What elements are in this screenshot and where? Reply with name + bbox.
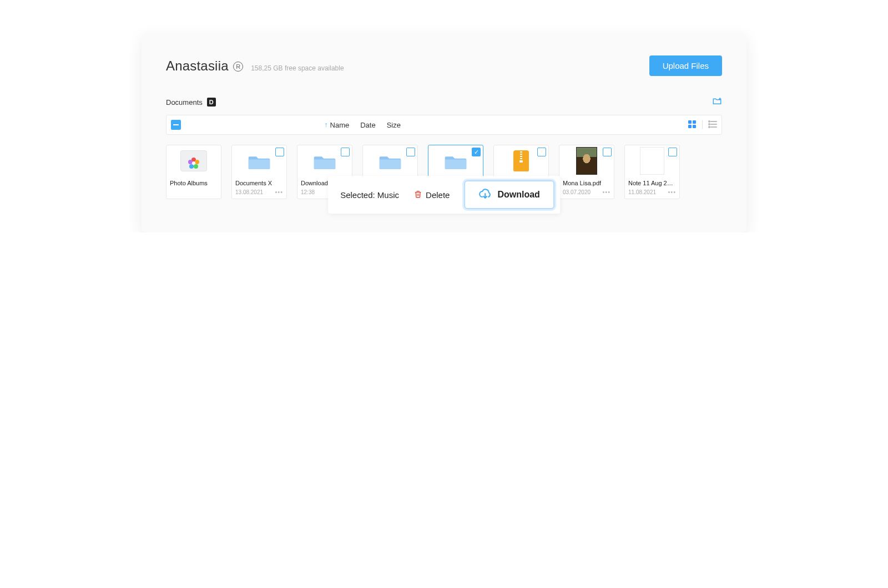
breadcrumb[interactable]: Documents D [166,98,216,107]
file-manager-panel: Anastasiia R 158,25 GB free space availa… [142,33,746,232]
grid-view-icon[interactable] [688,120,697,130]
sort-by-size[interactable]: Size [387,121,401,129]
item-checkbox[interactable] [537,148,546,156]
upload-files-button[interactable]: Upload Files [649,55,722,76]
sort-name-label: Name [330,121,350,129]
file-card[interactable]: Note 11 Aug 202...11.08.2021••• [624,145,680,199]
freespace-label: 158,25 GB free space available [251,64,344,72]
sort-size-label: Size [387,121,401,129]
file-card[interactable]: Mona Lisa.pdf03.07.2020••• [559,145,614,199]
sort-controls: ↑ Name Date Size [325,121,401,129]
svg-rect-2 [688,125,692,128]
view-toggle [688,120,717,130]
sort-by-date[interactable]: Date [360,121,375,129]
svg-rect-0 [688,120,692,124]
trash-icon [413,190,422,200]
more-options-icon[interactable]: ••• [602,189,610,195]
breadcrumb-label: Documents [166,98,203,107]
item-name: Documents X [232,176,286,187]
breadcrumb-icon: D [207,98,216,107]
select-all-checkbox[interactable] [171,120,181,130]
svg-rect-1 [693,120,696,124]
thumbnail [167,145,221,176]
file-card[interactable]: Photo Albums••• [166,145,221,199]
arrow-up-icon: ↑ [325,121,328,129]
delete-label: Delete [426,190,450,200]
item-checkbox[interactable] [472,148,481,156]
svg-point-8 [709,124,710,125]
breadcrumb-row: Documents D [142,76,746,115]
item-date: 13.08.2021 [235,189,263,195]
item-footer: 03.07.2020••• [559,187,614,199]
sort-date-label: Date [360,121,375,129]
more-options-icon[interactable]: ••• [275,189,283,195]
separator [702,120,703,129]
item-footer: 11.08.2021••• [625,187,679,199]
sort-by-name[interactable]: ↑ Name [325,121,350,129]
item-checkbox[interactable] [668,148,677,156]
header: Anastasiia R 158,25 GB free space availa… [142,55,746,76]
item-date: 11.08.2021 [628,189,656,195]
item-checkbox[interactable] [603,148,612,156]
item-checkbox[interactable] [341,148,350,156]
svg-point-9 [709,126,710,128]
svg-rect-3 [693,125,696,128]
item-checkbox[interactable] [275,148,284,156]
item-date: 12:38 [301,189,315,195]
file-card[interactable]: Documents X13.08.2021••• [231,145,287,199]
item-checkbox[interactable] [406,148,415,156]
download-button[interactable]: Download [464,180,554,209]
list-view-icon[interactable] [708,120,717,130]
delete-button[interactable]: Delete [413,190,450,200]
item-footer: 13.08.2021••• [232,187,286,199]
selected-count-label: Selected: Music [340,190,399,200]
item-name: Photo Albums [167,176,221,192]
header-left: Anastasiia R 158,25 GB free space availa… [166,58,344,74]
item-name: Note 11 Aug 202... [625,176,679,187]
action-bar: Selected: Music Delete Download [328,176,560,214]
toolbar: ↑ Name Date Size [166,115,722,135]
item-name: Mona Lisa.pdf [559,176,614,187]
more-options-icon[interactable]: ••• [668,189,676,195]
new-folder-icon[interactable] [712,96,722,108]
cloud-download-icon [478,187,492,202]
item-date: 03.07.2020 [563,189,591,195]
svg-point-7 [709,121,710,122]
download-label: Download [497,190,539,200]
registered-icon: R [233,62,243,72]
username-label: Anastasiia R [166,58,243,74]
username: Anastasiia [166,58,229,73]
